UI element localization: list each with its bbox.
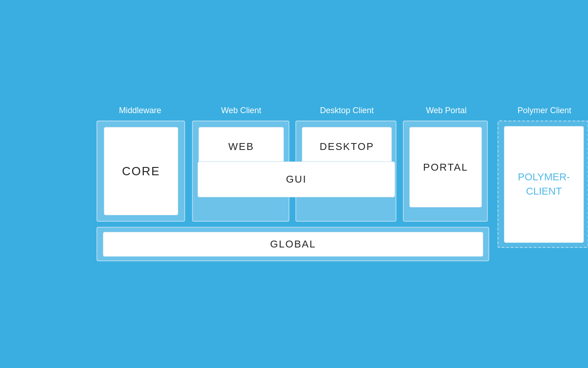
col-label-web-portal: Web Portal — [404, 106, 489, 115]
core-inner-box: CORE — [104, 127, 178, 215]
portal-text: PORTAL — [423, 161, 468, 173]
web-text: WEB — [228, 141, 254, 153]
global-outer: GLOBAL — [96, 227, 489, 261]
col-label-desktop-client: Desktop Client — [296, 106, 397, 115]
middleware-outer: CORE — [96, 121, 185, 222]
desktop-inner-box: DESKTOP — [302, 127, 392, 166]
polymer-inner-box: POLYMER-CLIENT — [504, 126, 584, 243]
portal-inner-box: PORTAL — [409, 127, 482, 207]
polymer-client-outer: POLYMER-CLIENT — [498, 121, 588, 248]
col-label-middleware: Middleware — [96, 106, 184, 115]
col-label-polymer-client: Polymer Client — [498, 106, 588, 115]
global-inner-box: GLOBAL — [103, 232, 483, 257]
polymer-client-text: POLYMER-CLIENT — [518, 170, 570, 199]
col-label-web-client: Web Client — [193, 106, 289, 115]
desktop-text: DESKTOP — [320, 141, 374, 153]
gui-box: GUI — [198, 161, 395, 197]
web-inner-box: WEB — [198, 127, 284, 166]
gui-text: GUI — [286, 173, 306, 185]
core-text: CORE — [122, 164, 160, 178]
global-text: GLOBAL — [270, 238, 316, 250]
main-diagram: Middleware Web Client Desktop Client Web… — [53, 106, 535, 262]
web-portal-outer: PORTAL — [403, 121, 488, 222]
